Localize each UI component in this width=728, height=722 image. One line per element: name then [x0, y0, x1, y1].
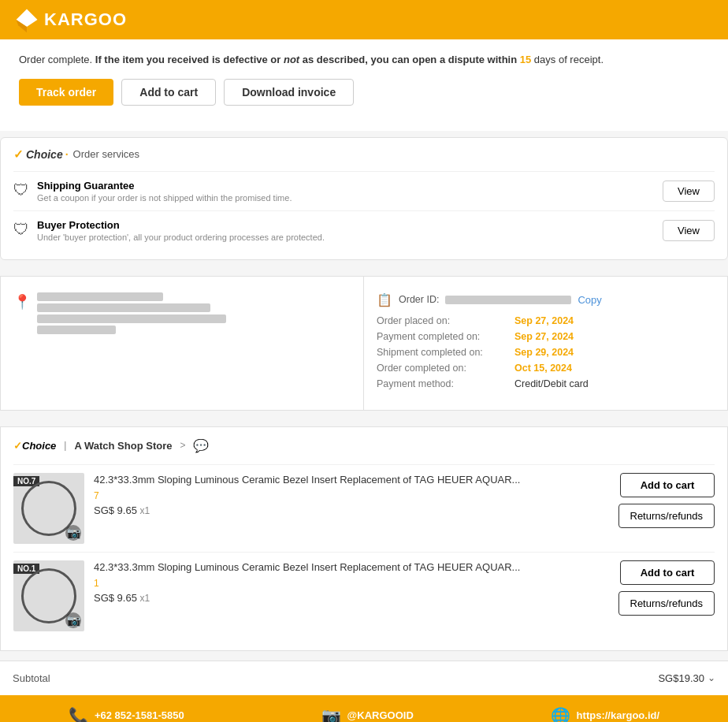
- choice-badge: ✓ Choice ·: [13, 147, 69, 162]
- shipping-guarantee-view-button[interactable]: View: [663, 180, 715, 202]
- action-buttons: Track order Add to cart Download invoice: [19, 79, 709, 106]
- clipboard-icon: 📋: [377, 292, 392, 307]
- address-line-2: [37, 303, 210, 312]
- shield-icon-2: 🛡: [13, 221, 29, 239]
- camera-icon-0: 📷: [65, 525, 81, 541]
- order-details-column: 📋 Order ID: Copy Order placed on: Sep 27…: [364, 277, 727, 410]
- location-pin-icon: 📍: [13, 293, 31, 311]
- subtotal-amount: SG$19.30: [658, 672, 704, 684]
- camera-icon-1: 📷: [65, 612, 81, 628]
- returns-refunds-button-1[interactable]: Returns/refunds: [618, 591, 715, 616]
- order-detail-row-0: Order placed on: Sep 27, 2024: [377, 315, 715, 326]
- order-info-section: 📍 📋 Order ID: Copy Order placed on: Sep …: [0, 276, 728, 411]
- footer-phone: 📞 +62 852-1581-5850: [69, 706, 184, 723]
- product-image-0: NO.7 📷: [13, 473, 84, 544]
- returns-refunds-button-0[interactable]: Returns/refunds: [618, 504, 715, 528]
- download-invoice-button[interactable]: Download invoice: [224, 79, 354, 106]
- order-detail-row-1: Payment completed on: Sep 27, 2024: [377, 331, 715, 342]
- copy-order-id-button[interactable]: Copy: [578, 294, 601, 306]
- order-detail-label-1: Payment completed on:: [377, 331, 514, 342]
- order-detail-value-3: Oct 15, 2024: [514, 363, 572, 374]
- order-info-grid: 📍 📋 Order ID: Copy Order placed on: Sep …: [1, 277, 727, 410]
- buyer-protection-item: 🛡 Buyer Protection Under 'buyer protecti…: [13, 210, 715, 250]
- subtotal-row: Subtotal SG$19.30 ⌄: [0, 661, 728, 695]
- buyer-protection-view-button[interactable]: View: [663, 220, 715, 241]
- logo: KARGOO: [13, 6, 127, 34]
- buyer-protection-title: Buyer Protection: [37, 219, 325, 231]
- store-arrow-icon: >: [180, 440, 185, 451]
- store-section: ✓ Choice | A Watch Shop Store > 💬 NO.7 📷…: [0, 426, 728, 651]
- footer-phone-number[interactable]: +62 852-1581-5850: [95, 709, 184, 721]
- chat-icon: 💬: [193, 438, 209, 453]
- product-image-1: NO.1 📷: [13, 560, 84, 631]
- notice-text: Order complete. If the item you received…: [19, 54, 604, 65]
- order-detail-value-1: Sep 27, 2024: [514, 331, 574, 342]
- shield-icon: 🛡: [13, 181, 29, 199]
- shipping-guarantee-info: Shipping Guarantee Get a coupon if your …: [37, 180, 292, 203]
- product-title-1: 42.3*33.3mm Sloping Luminous Ceramic Bez…: [94, 560, 609, 575]
- order-id-value: [445, 296, 571, 304]
- shipping-guarantee-title: Shipping Guarantee: [37, 180, 292, 192]
- choice-check-icon: ✓: [13, 147, 24, 162]
- order-detail-row-2: Shipment completed on: Sep 29, 2024: [377, 347, 715, 358]
- product-price-1: SG$ 9.65 x1: [94, 592, 609, 604]
- footer: 📞 +62 852-1581-5850 📷 @KARGOOID 🌐 https:…: [0, 695, 728, 723]
- address-header: 📍: [13, 292, 351, 334]
- choice-header: ✓ Choice · Order services: [13, 147, 715, 162]
- order-detail-value-2: Sep 29, 2024: [514, 347, 574, 358]
- buyer-protection-left: 🛡 Buyer Protection Under 'buyer protecti…: [13, 219, 325, 242]
- product-price-0: SG$ 9.65 x1: [94, 504, 609, 516]
- order-detail-label-0: Order placed on:: [377, 315, 514, 326]
- address-line-4: [37, 326, 116, 334]
- order-detail-value-0: Sep 27, 2024: [514, 315, 574, 326]
- address-lines: [37, 292, 226, 334]
- globe-icon: 🌐: [551, 706, 570, 723]
- product-qty-1: x1: [140, 593, 150, 604]
- address-line-1: [37, 292, 163, 301]
- address-column: 📍: [1, 277, 364, 410]
- product-item-1: NO.1 📷 42.3*33.3mm Sloping Luminous Cera…: [13, 552, 715, 639]
- header: KARGOO: [0, 0, 728, 39]
- choice-section: ✓ Choice · Order services 🛡 Shipping Gua…: [0, 137, 728, 260]
- order-id-label: Order ID:: [399, 294, 439, 305]
- product-qty-0: x1: [140, 505, 150, 516]
- shipping-guarantee-desc: Get a coupon if your order is not shippe…: [37, 193, 292, 203]
- product-info-0: 42.3*33.3mm Sloping Luminous Ceramic Bez…: [94, 473, 609, 516]
- product-price-value-0: SG$ 9.65: [94, 504, 137, 516]
- footer-instagram-handle[interactable]: @KARGOOID: [347, 709, 414, 721]
- product-title-0: 42.3*33.3mm Sloping Luminous Ceramic Bez…: [94, 473, 609, 487]
- logo-text: KARGOO: [44, 9, 127, 30]
- store-header: ✓ Choice | A Watch Shop Store > 💬: [13, 438, 715, 453]
- store-choice-check-icon: ✓: [13, 440, 22, 452]
- order-detail-value-4: Credit/Debit card: [514, 378, 589, 389]
- buyer-protection-info: Buyer Protection Under 'buyer protection…: [37, 219, 325, 242]
- whatsapp-icon: 📞: [69, 706, 88, 723]
- chevron-down-icon[interactable]: ⌄: [708, 672, 715, 683]
- buyer-protection-desc: Under 'buyer protection', all your produ…: [37, 233, 325, 242]
- subtotal-label: Subtotal: [13, 672, 50, 684]
- product-item-0: NO.7 📷 42.3*33.3mm Sloping Luminous Cera…: [13, 464, 715, 552]
- add-to-cart-button-top[interactable]: Add to cart: [121, 79, 216, 106]
- track-order-button[interactable]: Track order: [19, 79, 113, 106]
- order-detail-row-4: Payment method: Credit/Debit card: [377, 378, 715, 389]
- subtotal-value: SG$19.30 ⌄: [658, 672, 715, 684]
- product-actions-1: Add to cart Returns/refunds: [618, 560, 715, 616]
- product-variant-0: 7: [94, 490, 609, 501]
- order-notice: Order complete. If the item you received…: [19, 52, 709, 68]
- order-id-row: 📋 Order ID: Copy: [377, 292, 715, 307]
- choice-dot: ·: [65, 148, 69, 161]
- add-to-cart-button-product-0[interactable]: Add to cart: [620, 473, 715, 497]
- store-choice-word: Choice: [22, 440, 56, 452]
- product-variant-1: 1: [94, 578, 609, 589]
- choice-word: Choice: [26, 148, 63, 161]
- store-name[interactable]: A Watch Shop Store: [74, 440, 172, 452]
- shipping-guarantee-left: 🛡 Shipping Guarantee Get a coupon if you…: [13, 180, 292, 203]
- kargoo-logo-icon: [13, 6, 41, 34]
- address-line-3: [37, 314, 226, 323]
- store-choice-badge: ✓ Choice: [13, 440, 56, 452]
- add-to-cart-button-product-1[interactable]: Add to cart: [620, 560, 715, 585]
- product-info-1: 42.3*33.3mm Sloping Luminous Ceramic Bez…: [94, 560, 609, 604]
- product-price-value-1: SG$ 9.65: [94, 592, 137, 604]
- footer-website-url[interactable]: https://kargoo.id/: [577, 709, 659, 721]
- order-detail-row-3: Order completed on: Oct 15, 2024: [377, 363, 715, 374]
